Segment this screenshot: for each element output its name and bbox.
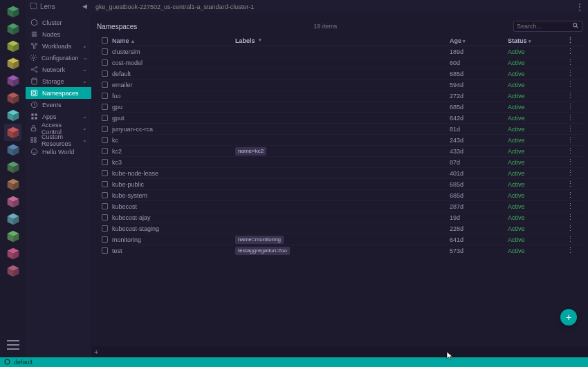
- row-actions-menu[interactable]: ⋮: [564, 69, 576, 78]
- row-actions-menu[interactable]: ⋮: [564, 80, 576, 89]
- row-name[interactable]: cost-model: [111, 59, 235, 66]
- row-checkbox[interactable]: [98, 115, 111, 121]
- row-checkbox[interactable]: [98, 181, 111, 187]
- col-age[interactable]: Age▾: [450, 37, 508, 44]
- label-chip[interactable]: name=kc2: [235, 147, 266, 156]
- row-checkbox[interactable]: [98, 236, 111, 243]
- sidebar-item-custom-resources[interactable]: Custom Resources⌄: [26, 134, 91, 146]
- row-checkbox[interactable]: [98, 82, 111, 88]
- sidebar-item-hello-world[interactable]: Hello World: [26, 146, 91, 158]
- row-actions-menu[interactable]: ⋮: [564, 147, 576, 156]
- search-box[interactable]: [513, 21, 582, 32]
- row-checkbox[interactable]: [98, 48, 111, 55]
- row-name[interactable]: monitoring: [111, 236, 235, 243]
- row-checkbox[interactable]: [98, 247, 111, 254]
- table-row[interactable]: kube-system685dActive⋮: [97, 190, 582, 201]
- row-checkbox[interactable]: [98, 225, 111, 232]
- cluster-switch-7[interactable]: [4, 124, 21, 141]
- row-name[interactable]: test: [111, 247, 235, 254]
- cluster-switch-14[interactable]: [4, 245, 21, 262]
- cluster-switch-4[interactable]: [4, 72, 21, 89]
- cluster-switch-11[interactable]: [4, 193, 21, 210]
- row-name[interactable]: gput: [111, 115, 235, 122]
- sidebar-item-namespaces[interactable]: Namespaces: [26, 87, 91, 99]
- table-row[interactable]: kubecost-ajay19dActive⋮: [97, 212, 582, 223]
- row-checkbox[interactable]: [98, 192, 111, 198]
- row-checkbox[interactable]: [98, 214, 111, 220]
- cluster-switch-10[interactable]: [4, 176, 21, 193]
- row-actions-menu[interactable]: ⋮: [564, 58, 576, 67]
- context-name[interactable]: default: [14, 359, 33, 366]
- row-name[interactable]: kube-public: [111, 181, 235, 188]
- terminal-add-tab[interactable]: +: [94, 348, 98, 356]
- table-row[interactable]: default685dActive⋮: [97, 68, 582, 79]
- row-actions-menu[interactable]: ⋮: [564, 246, 576, 255]
- label-chip[interactable]: testaggregation=foo: [235, 247, 290, 255]
- pin-icon[interactable]: ◀: [82, 3, 87, 10]
- table-row[interactable]: gput642dActive⋮: [97, 113, 582, 124]
- row-name[interactable]: foo: [111, 93, 235, 100]
- table-row[interactable]: clustersim189dActive⋮: [97, 46, 582, 57]
- col-actions-menu[interactable]: ⋮: [564, 36, 576, 45]
- row-actions-menu[interactable]: ⋮: [564, 180, 576, 189]
- col-status[interactable]: Status▾: [508, 37, 564, 44]
- row-actions-menu[interactable]: ⋮: [564, 102, 576, 111]
- row-checkbox[interactable]: [98, 203, 111, 209]
- row-actions-menu[interactable]: ⋮: [564, 135, 576, 144]
- cluster-switch-13[interactable]: [4, 227, 21, 245]
- table-row[interactable]: kubecost-staging228dActive⋮: [97, 223, 582, 234]
- row-checkbox[interactable]: [98, 126, 111, 132]
- table-row[interactable]: cost-model60dActive⋮: [97, 57, 582, 68]
- search-input[interactable]: [517, 23, 572, 30]
- table-row[interactable]: foo272dActive⋮: [97, 91, 582, 102]
- row-name[interactable]: default: [111, 70, 235, 77]
- sidebar-item-nodes[interactable]: Nodes: [26, 28, 91, 40]
- table-row[interactable]: kubecost287dActive⋮: [97, 201, 582, 212]
- select-all-checkbox[interactable]: [98, 37, 111, 44]
- row-name[interactable]: kube-system: [111, 192, 235, 199]
- cluster-switch-3[interactable]: [4, 55, 21, 72]
- sidebar-item-configuration[interactable]: Configuration⌄: [26, 52, 91, 64]
- table-row[interactable]: junyuan-cc-rca81dActive⋮: [97, 124, 582, 135]
- row-name[interactable]: kc2: [111, 148, 235, 155]
- row-actions-menu[interactable]: ⋮: [564, 235, 576, 244]
- row-checkbox[interactable]: [98, 104, 111, 110]
- row-actions-menu[interactable]: ⋮: [564, 124, 576, 133]
- add-button[interactable]: +: [560, 309, 577, 326]
- table-row[interactable]: kube-public685dActive⋮: [97, 179, 582, 190]
- row-name[interactable]: kube-node-lease: [111, 170, 235, 177]
- row-actions-menu[interactable]: ⋮: [564, 224, 576, 233]
- cluster-switch-0[interactable]: [4, 3, 21, 20]
- sidebar-item-workloads[interactable]: Workloads⌄: [26, 40, 91, 52]
- cluster-switch-8[interactable]: [4, 141, 21, 158]
- cluster-switch-2[interactable]: [4, 37, 21, 55]
- sidebar-item-storage[interactable]: Storage⌄: [26, 75, 91, 87]
- row-checkbox[interactable]: [98, 93, 111, 99]
- row-actions-menu[interactable]: ⋮: [564, 169, 576, 178]
- table-row[interactable]: testtestaggregation=foo573dActive⋮: [97, 245, 582, 256]
- cluster-switch-5[interactable]: [4, 89, 21, 106]
- table-row[interactable]: kc243dActive⋮: [97, 135, 582, 146]
- sidebar-item-events[interactable]: Events: [26, 99, 91, 111]
- row-actions-menu[interactable]: ⋮: [564, 47, 576, 56]
- row-checkbox[interactable]: [98, 170, 111, 176]
- table-row[interactable]: emailer594dActive⋮: [97, 79, 582, 91]
- cluster-switch-9[interactable]: [4, 158, 21, 176]
- row-checkbox[interactable]: [98, 59, 111, 66]
- row-name[interactable]: kubecost-staging: [111, 225, 235, 232]
- col-name[interactable]: Name▲: [111, 37, 235, 44]
- cluster-switch-6[interactable]: [4, 106, 21, 124]
- row-name[interactable]: kc: [111, 137, 235, 144]
- sidebar-item-apps[interactable]: Apps⌄: [26, 111, 91, 122]
- table-row[interactable]: kube-node-lease401dActive⋮: [97, 168, 582, 179]
- row-actions-menu[interactable]: ⋮: [564, 202, 576, 211]
- table-row[interactable]: kc387dActive⋮: [97, 157, 582, 168]
- row-name[interactable]: clustersim: [111, 48, 235, 55]
- table-row[interactable]: kc2name=kc2433dActive⋮: [97, 146, 582, 157]
- cluster-switch-1[interactable]: [4, 20, 21, 37]
- sidebar-item-network[interactable]: Network⌄: [26, 64, 91, 75]
- table-row[interactable]: monitoringname=monitoring641dActive⋮: [97, 234, 582, 245]
- label-chip[interactable]: name=monitoring: [235, 236, 284, 244]
- row-actions-menu[interactable]: ⋮: [564, 91, 576, 100]
- cluster-switch-12[interactable]: [4, 210, 21, 227]
